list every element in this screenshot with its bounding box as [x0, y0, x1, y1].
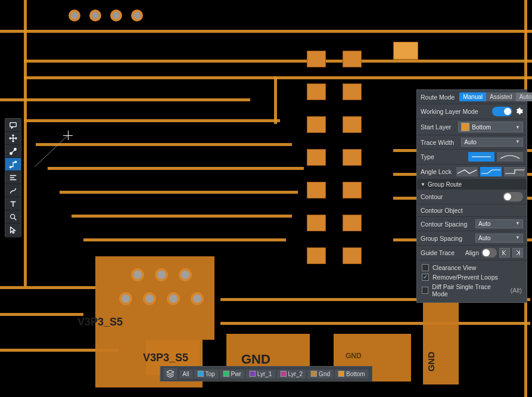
diff-pair-checkbox[interactable] — [422, 287, 428, 294]
tool-path[interactable] — [5, 184, 21, 197]
svg-point-6 — [11, 214, 15, 218]
tool-route[interactable] — [5, 158, 21, 171]
clearance-view-label: Clearance View — [433, 264, 476, 271]
contour-toggle[interactable] — [503, 192, 523, 201]
net-label: V3P3_S5 — [143, 352, 188, 364]
gear-icon[interactable] — [515, 107, 523, 116]
guide-trace-label: Guide Trace — [421, 249, 455, 256]
angle-lock-45[interactable] — [480, 167, 502, 176]
left-toolbar — [5, 118, 21, 237]
layer-lyr1-button[interactable]: Lyr_1 — [246, 370, 276, 379]
tool-move[interactable] — [5, 132, 21, 145]
type-straight[interactable] — [468, 152, 494, 162]
group-spacing-dropdown[interactable]: Auto — [475, 234, 523, 243]
group-spacing-value: Auto — [478, 235, 491, 241]
group-route-label: Group Route — [428, 181, 462, 188]
type-arc[interactable] — [497, 152, 523, 162]
diff-pair-label: Diff Pair Single Trace Mode — [432, 283, 503, 297]
svg-rect-1 — [10, 122, 17, 126]
layer-pwr-button[interactable]: Pwr — [220, 370, 245, 379]
layer-top-button[interactable]: Top — [194, 370, 218, 379]
trace-width-dropdown[interactable]: Auto — [461, 138, 523, 147]
working-layer-mode-toggle[interactable] — [492, 107, 512, 116]
tool-connect[interactable] — [5, 145, 21, 158]
layer-lyr2-button[interactable]: Lyr_2 — [276, 370, 306, 379]
tool-comment[interactable] — [5, 119, 21, 132]
net-label: GND — [426, 352, 436, 371]
route-mode-assisted[interactable]: Assisted — [486, 92, 516, 101]
route-mode-auto[interactable]: Auto — [516, 92, 532, 101]
clearance-view-checkbox[interactable] — [422, 264, 429, 271]
route-mode-panel: Route Mode Manual Assisted Auto Working … — [416, 89, 527, 303]
net-label: V3P3_S5 — [77, 316, 123, 328]
angle-lock-label: Angle Lock — [421, 168, 452, 175]
trace-width-value: Auto — [464, 139, 477, 145]
start-layer-dropdown[interactable]: Bottom — [458, 122, 523, 132]
align-toggle[interactable] — [481, 248, 497, 258]
layer-bar: All Top Pwr Lyr_1 Lyr_2 Gnd Bottom — [160, 366, 372, 382]
layer-gnd-button[interactable]: Gnd — [307, 370, 334, 379]
tool-text[interactable] — [5, 197, 21, 210]
net-label: GND — [346, 352, 362, 360]
contour-spacing-value: Auto — [478, 221, 491, 227]
contour-spacing-label: Contour Spacing — [421, 221, 467, 228]
layer-all-button[interactable]: All — [179, 370, 192, 379]
layer-color-swatch — [461, 123, 469, 131]
group-spacing-label: Group Spacing — [421, 235, 462, 242]
route-mode-manual[interactable]: Manual — [459, 92, 486, 101]
contour-object-label: Contour Object — [421, 207, 463, 214]
svg-line-0 — [35, 135, 68, 167]
angle-lock-90[interactable] — [504, 167, 525, 176]
guide-next-button[interactable] — [512, 248, 523, 258]
route-mode-title: Route Mode — [421, 94, 455, 101]
contour-spacing-dropdown[interactable]: Auto — [475, 219, 523, 228]
tool-select[interactable] — [5, 224, 21, 237]
net-label: GND — [241, 352, 270, 367]
type-label: Type — [421, 153, 434, 160]
angle-lock-free[interactable] — [456, 167, 478, 176]
start-layer-label: Start Layer — [421, 123, 451, 131]
working-layer-mode-label: Working Layer Mode — [421, 108, 478, 115]
tool-zoom[interactable] — [5, 210, 21, 224]
tool-align[interactable] — [5, 171, 21, 184]
contour-label: Contour — [421, 193, 443, 200]
remove-loops-label: Remove/Prevent Loops — [433, 274, 498, 281]
diff-pair-shortcut: (Alt) — [511, 287, 522, 294]
guide-prev-button[interactable] — [499, 248, 510, 258]
layer-bottom-button[interactable]: Bottom — [335, 370, 369, 379]
start-layer-value: Bottom — [472, 124, 491, 131]
align-label: Align — [465, 249, 479, 256]
remove-loops-checkbox[interactable] — [422, 274, 429, 281]
layers-icon[interactable] — [163, 368, 177, 380]
trace-width-label: Trace Width — [421, 139, 454, 146]
group-route-section[interactable]: Group Route — [417, 179, 527, 190]
